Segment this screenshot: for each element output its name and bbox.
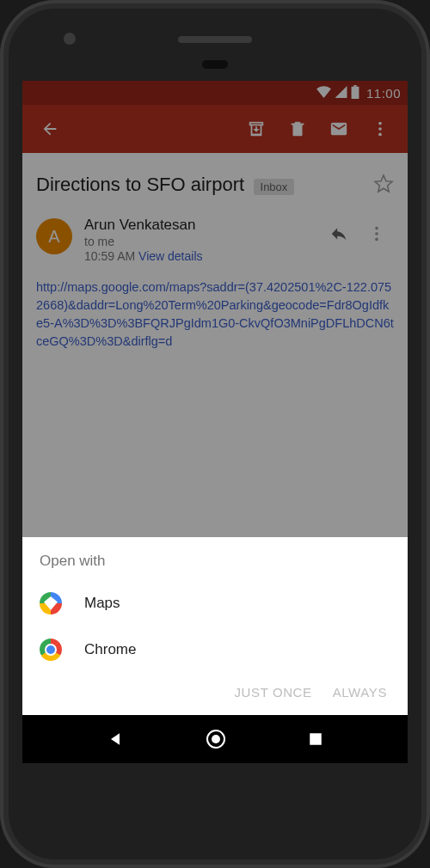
phone-camera <box>64 33 76 45</box>
sheet-title: Open with <box>22 553 408 580</box>
navigation-bar <box>22 715 408 763</box>
sheet-option-maps[interactable]: Maps <box>22 580 408 627</box>
nav-back-button[interactable] <box>107 730 124 748</box>
just-once-button[interactable]: JUST ONCE <box>235 685 312 700</box>
open-with-sheet: Open with Maps Chrome JUST ONCE ALWAYS <box>22 537 408 715</box>
nav-home-button[interactable] <box>206 729 226 749</box>
screen: 11:00 <box>22 81 408 763</box>
phone-sensor <box>202 60 228 69</box>
svg-rect-10 <box>310 733 322 745</box>
sheet-option-label: Maps <box>84 595 120 612</box>
sheet-option-chrome[interactable]: Chrome <box>22 627 408 673</box>
sheet-option-label: Chrome <box>84 641 136 658</box>
phone-frame: 11:00 <box>0 0 430 868</box>
phone-speaker <box>178 36 252 43</box>
chrome-app-icon <box>40 639 62 661</box>
nav-recents-button[interactable] <box>308 731 323 747</box>
maps-app-icon <box>40 592 62 614</box>
always-button[interactable]: ALWAYS <box>333 685 387 700</box>
svg-point-9 <box>212 735 220 743</box>
